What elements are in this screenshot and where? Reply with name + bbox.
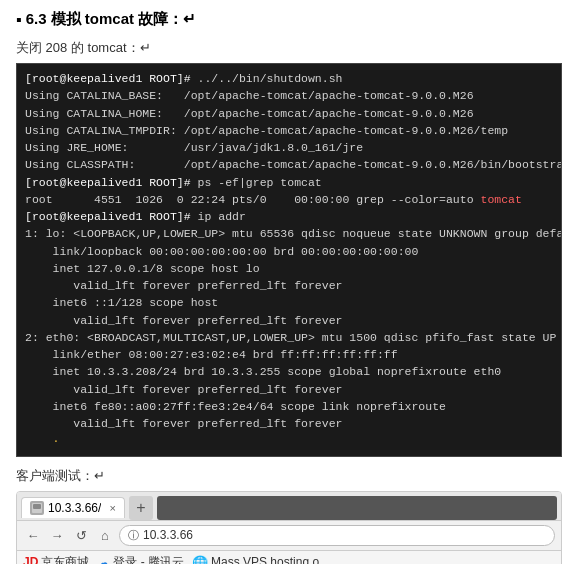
bookmark-jd[interactable]: JD 京东商城 — [23, 554, 89, 565]
section-heading: ▪ 6.3 模拟 tomcat 故障：↵ — [16, 10, 562, 29]
terminal-line: 2: eth0: <BROADCAST,MULTICAST,UP,LOWER_U… — [25, 329, 553, 346]
bookmark-mass-vps-label: Mass VPS hosting o... — [211, 555, 329, 564]
bookmark-jd-label: 京东商城 — [41, 554, 89, 565]
bullet-icon: ▪ — [16, 11, 22, 29]
terminal-line: inet6 fe80::a00:27ff:fee3:2e4/64 scope l… — [25, 398, 553, 415]
terminal-line: Using CLASSPATH: /opt/apache-tomcat/apac… — [25, 156, 553, 173]
browser-nav-bar: ← → ↺ ⌂ ⓘ 10.3.3.66 — [17, 521, 561, 551]
bookmark-mass-vps[interactable]: 🌐 Mass VPS hosting o... — [192, 555, 329, 565]
terminal-line: root 4551 1026 0 22:24 pts/0 00:00:00 gr… — [25, 191, 553, 208]
terminal-line: link/ether 08:00:27:e3:02:e4 brd ff:ff:f… — [25, 346, 553, 363]
terminal-line: valid_lft forever preferred_lft forever — [25, 415, 553, 432]
cloud-icon: ☁ — [97, 555, 110, 565]
address-bar[interactable]: ⓘ 10.3.3.66 — [119, 525, 555, 546]
terminal-line: link/loopback 00:00:00:00:00:00 brd 00:0… — [25, 243, 553, 260]
terminal-line: [root@keepalived1 ROOT]# ps -ef|grep tom… — [25, 174, 553, 191]
tab-bar-right — [157, 496, 557, 520]
browser-mockup: 10.3.3.66/ × + ← → ↺ ⌂ ⓘ 10.3.3.66 JD 京东… — [16, 491, 562, 565]
address-security-icon: ⓘ — [128, 528, 139, 543]
terminal-line: 1: lo: <LOOPBACK,UP,LOWER_UP> mtu 65536 … — [25, 225, 553, 242]
bookmark-tencent-label: 登录 - 腾讯云 — [113, 554, 184, 565]
bookmarks-bar: JD 京东商城 ☁ 登录 - 腾讯云 🌐 Mass VPS hosting o.… — [17, 551, 561, 565]
tab-favicon — [30, 501, 44, 515]
terminal-line: Using JRE_HOME: /usr/java/jdk1.8.0_161/j… — [25, 139, 553, 156]
terminal-line: [root@keepalived1 ROOT]# ip addr — [25, 208, 553, 225]
jd-icon: JD — [23, 555, 38, 564]
tab-close-button[interactable]: × — [109, 502, 115, 514]
new-tab-button[interactable]: + — [129, 496, 153, 520]
heading-text: 6.3 模拟 tomcat 故障：↵ — [26, 10, 197, 29]
reload-button[interactable]: ↺ — [71, 525, 91, 545]
terminal-line: Using CATALINA_TMPDIR: /opt/apache-tomca… — [25, 122, 553, 139]
terminal-line: inet 127.0.0.1/8 scope host lo — [25, 260, 553, 277]
browser-tabs-bar: 10.3.3.66/ × + — [17, 492, 561, 521]
terminal-line: valid_lft forever preferred_lft forever — [25, 277, 553, 294]
forward-button[interactable]: → — [47, 525, 67, 545]
terminal-line: Using CATALINA_HOME: /opt/apache-tomcat/… — [25, 105, 553, 122]
terminal-line: inet 10.3.3.208/24 brd 10.3.3.255 scope … — [25, 363, 553, 380]
terminal-line: [root@keepalived1 ROOT]# ../../bin/shutd… — [25, 70, 553, 87]
client-test-label: 客户端测试：↵ — [16, 467, 562, 485]
terminal-line: valid_lft forever preferred_lft forever — [25, 381, 553, 398]
bookmark-tencent[interactable]: ☁ 登录 - 腾讯云 — [97, 554, 184, 565]
address-text: 10.3.3.66 — [143, 528, 193, 542]
terminal-line: Using CATALINA_BASE: /opt/apache-tomcat/… — [25, 87, 553, 104]
globe-icon: 🌐 — [192, 555, 208, 565]
back-button[interactable]: ← — [23, 525, 43, 545]
sub-label: 关闭 208 的 tomcat：↵ — [16, 39, 562, 57]
tab-title: 10.3.3.66/ — [48, 501, 101, 515]
svg-rect-1 — [33, 504, 41, 509]
terminal-line: · — [25, 432, 553, 449]
terminal-line: valid_lft forever preferred_lft forever — [25, 312, 553, 329]
terminal-line: inet6 ::1/128 scope host — [25, 294, 553, 311]
home-button[interactable]: ⌂ — [95, 525, 115, 545]
terminal-block: [root@keepalived1 ROOT]# ../../bin/shutd… — [16, 63, 562, 457]
browser-tab-active[interactable]: 10.3.3.66/ × — [21, 497, 125, 518]
